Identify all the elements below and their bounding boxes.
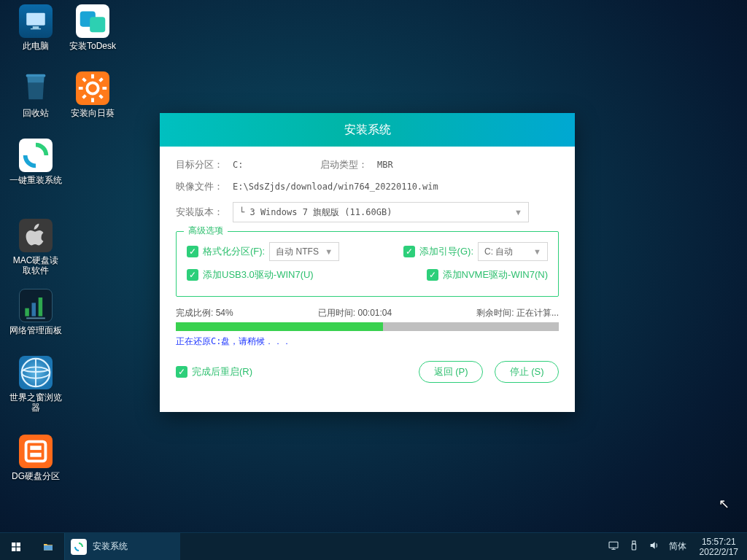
label-image-file: 映像文件： [176,180,233,193]
label-progress: 完成比例: [176,308,213,318]
svg-rect-5 [32,303,36,316]
back-button[interactable]: 返回 (P) [419,361,483,383]
svg-rect-4 [25,308,29,316]
svg-rect-10 [26,442,46,462]
value-elapsed: 00:01:04 [357,308,392,318]
label-add-boot: 添加引导(G): [419,245,473,258]
svg-line-20 [83,79,86,82]
installer-body: 目标分区： C: 启动类型： MBR 映像文件： E:\SdsZjds/down… [160,147,575,394]
check-icon: ✓ [403,246,415,257]
reinstall-icon [19,139,53,172]
button-group: 返回 (P) 停止 (S) [419,361,559,383]
explorer-button[interactable] [32,533,64,560]
taskbar-app-installer[interactable]: 安装系统 [64,533,181,560]
desktop-icon-label: 回收站 [9,108,63,118]
desktop-icon-this-pc[interactable]: 此电脑 [9,4,63,51]
todesk-icon [76,4,109,38]
bottom-row: ✓ 完成后重启(R) 返回 (P) 停止 (S) [176,361,559,383]
advanced-options-fieldset: 高级选项 ✓ 格式化分区(F): 自动 NTFS ▼ ✓ 添加引导(G): C:… [176,231,559,297]
start-button[interactable] [0,533,32,560]
usb-icon [628,540,640,551]
svg-rect-29 [609,542,618,548]
svg-rect-7 [26,318,45,319]
back-button-label: 返回 (P) [434,365,468,378]
checkbox-nvme[interactable]: ✓ 添加NVME驱动-WIN7(N) [427,268,548,281]
label-format-partition: 格式化分区(F): [203,245,265,258]
desktop-icon-mac[interactable]: MAC硬盘读取软件 [9,219,63,276]
svg-rect-6 [39,298,43,316]
svg-rect-11 [30,446,41,450]
desktop-icon-netpanel[interactable]: 网络管理面板 [9,289,63,335]
svg-rect-24 [12,542,15,546]
select-format-value: 自动 NTFS [276,246,319,258]
value-remaining: 正在计算... [516,308,559,318]
desktop-icon-label: 安装ToDesk [66,41,120,51]
row-format-boot: ✓ 格式化分区(F): 自动 NTFS ▼ ✓ 添加引导(G): C: 自动 ▼ [187,242,548,261]
progress-label-group: 完成比例: 54% [176,307,233,319]
desktop-icon-label: 世界之窗浏览器 [9,392,63,413]
taskbar: 安装系统 简体 15:57:21 2022/2/17 [0,532,747,560]
svg-rect-28 [44,545,53,551]
desktop-icon-label: 此电脑 [9,41,63,51]
tray-usb-button[interactable] [628,540,640,553]
sunflower-icon [76,71,109,105]
desktop-icon-label: 一键重装系统 [9,175,63,185]
system-tray: 简体 15:57:21 2022/2/17 [603,533,747,560]
select-boot[interactable]: C: 自动 ▼ [478,242,548,261]
row-target-boot: 目标分区： C: 启动类型： MBR [176,158,559,171]
checkbox-add-boot[interactable]: ✓ 添加引导(G): [403,245,473,258]
check-icon: ✓ [187,269,198,281]
monitor-icon [19,4,53,38]
check-icon: ✓ [427,269,438,281]
globe-icon [19,356,53,389]
tray-volume-button[interactable] [649,540,660,553]
label-remaining: 剩余时间: [476,308,514,318]
chevron-down-icon: ▼ [325,247,333,256]
desktop-icon-browser[interactable]: 世界之窗浏览器 [9,356,63,413]
select-install-version[interactable]: └ 3 Windows 7 旗舰版 (11.60GB) ▼ [233,202,529,222]
select-boot-value: C: 自动 [484,246,513,258]
label-boot-type: 启动类型： [320,158,377,171]
checkbox-usb3[interactable]: ✓ 添加USB3.0驱动-WIN7(U) [187,268,314,281]
svg-rect-0 [26,13,45,26]
checkbox-restart-after[interactable]: ✓ 完成后重启(R) [176,365,252,378]
network-icon [608,540,619,551]
svg-rect-12 [30,453,41,457]
svg-rect-1 [33,26,39,28]
installer-titlebar[interactable]: 安装系统 [160,113,575,147]
chevron-down-icon: ▼ [514,208,522,217]
installer-title: 安装系统 [344,122,391,138]
label-restart-after: 完成后重启(R) [192,365,252,378]
label-elapsed: 已用时间: [318,308,355,318]
tray-clock[interactable]: 15:57:21 2022/2/17 [695,537,743,557]
status-line: 正在还原C:盘，请稍候．．． [176,335,559,348]
tray-ime-button[interactable]: 简体 [669,540,686,553]
check-icon: ✓ [176,366,187,378]
svg-rect-14 [90,17,105,32]
tray-time: 15:57:21 [700,537,738,547]
desktop-icon-todesk[interactable]: 安装ToDesk [66,4,120,51]
speaker-icon [649,540,660,551]
stop-button[interactable]: 停止 (S) [495,361,559,383]
desktop-icon-label: 网络管理面板 [9,325,63,335]
select-format[interactable]: 自动 NTFS ▼ [269,242,339,261]
label-usb3: 添加USB3.0驱动-WIN7(U) [203,268,314,281]
desktop-icon-label: DG硬盘分区 [9,471,63,481]
stop-button-label: 停止 (S) [510,365,544,378]
svg-rect-3 [26,74,46,77]
desktop-icon-sunflower[interactable]: 安装向日葵 [66,71,120,118]
desktop-icon-label: MAC硬盘读取软件 [9,255,63,276]
desktop-icon-dg[interactable]: DG硬盘分区 [9,435,63,481]
checkbox-format-partition[interactable]: ✓ 格式化分区(F): [187,245,265,258]
row-install-version: 安装版本： └ 3 Windows 7 旗舰版 (11.60GB) ▼ [176,202,559,222]
progress-fill [176,322,383,331]
row-image-file: 映像文件： E:\SdsZjds/download/win764_2022011… [176,180,559,193]
desktop-icon-reinstall[interactable]: 一键重装系统 [9,139,63,185]
tray-network-button[interactable] [608,540,619,553]
svg-rect-25 [17,542,20,546]
svg-point-15 [87,82,98,93]
svg-line-21 [100,96,103,98]
desktop-icon-recycle[interactable]: 回收站 [9,71,63,118]
partition-icon [19,435,53,468]
svg-line-23 [100,79,103,82]
